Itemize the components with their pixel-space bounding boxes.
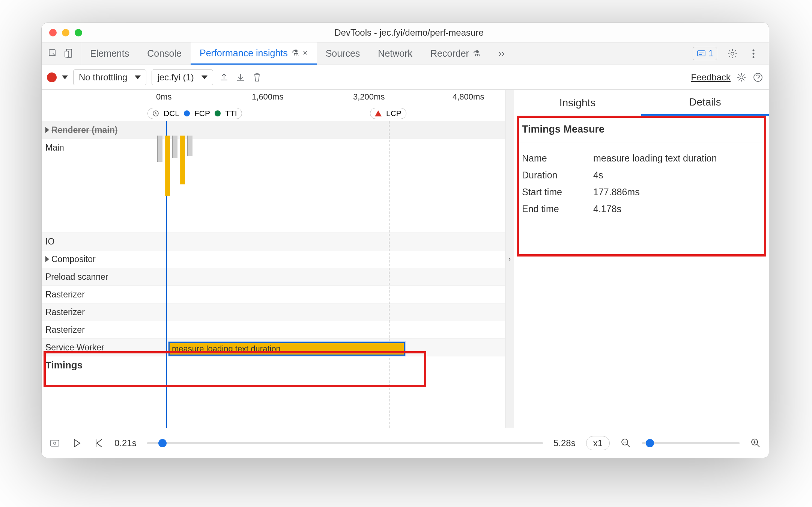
feedback-link[interactable]: Feedback — [691, 72, 731, 83]
ruler-tick: 3,200ms — [353, 92, 385, 102]
expand-triangle-icon — [45, 127, 49, 133]
zoom-level[interactable]: x1 — [586, 436, 610, 450]
track-compositor[interactable]: Compositor — [42, 250, 505, 268]
collapse-sidebar-button[interactable]: › — [505, 90, 514, 428]
ruler-tick: 1,600ms — [252, 92, 283, 102]
tab-network[interactable]: Network — [369, 42, 421, 65]
slider-thumb[interactable] — [158, 439, 167, 447]
track-renderer-header[interactable]: Renderer (main) — [42, 121, 505, 139]
tab-performance-insights[interactable]: Performance insights ⚗ × — [191, 42, 317, 65]
marker-fcp: FCP — [194, 109, 210, 118]
svg-rect-3 — [698, 51, 705, 56]
ruler-tick: 0ms — [156, 92, 172, 102]
chevron-right-icon: › — [508, 255, 511, 263]
play-icon[interactable] — [71, 438, 82, 449]
tab-label: Recorder — [430, 48, 469, 59]
playback-slider[interactable] — [147, 442, 543, 444]
zoom-slider[interactable] — [642, 442, 740, 444]
annotation-box — [44, 351, 426, 387]
svg-rect-2 — [65, 51, 69, 57]
delete-icon[interactable] — [251, 72, 263, 83]
record-options-dropdown[interactable] — [62, 75, 68, 79]
tab-sources[interactable]: Sources — [317, 42, 369, 65]
chevron-down-icon — [135, 75, 141, 79]
track-rasterizer[interactable]: Rasterizer — [42, 321, 505, 339]
tab-details[interactable]: Details — [641, 90, 769, 116]
recording-label: jec.fyi (1) — [157, 72, 194, 83]
export-icon[interactable] — [218, 72, 230, 83]
flask-icon: ⚗ — [473, 49, 480, 59]
clock-icon — [152, 110, 159, 117]
playback-start-time: 0.21s — [114, 438, 137, 448]
rewind-icon[interactable] — [93, 438, 104, 449]
tab-label: Network — [378, 48, 412, 59]
tab-insights[interactable]: Insights — [514, 90, 641, 116]
markers-pill[interactable]: DCL FCP TTI — [147, 108, 242, 119]
expand-triangle-icon — [45, 256, 49, 262]
more-vert-icon[interactable] — [748, 48, 759, 59]
svg-point-4 — [731, 52, 734, 55]
tab-label: Performance insights — [200, 48, 288, 59]
slider-thumb[interactable] — [646, 439, 654, 447]
flask-icon: ⚗ — [292, 48, 299, 58]
chevron-double-right-icon: ›› — [498, 48, 505, 59]
panel-tabs: Elements Console Performance insights ⚗ … — [42, 42, 769, 65]
warning-triangle-icon — [375, 110, 382, 116]
playback-footer: 0.21s 5.28s x1 — [42, 428, 769, 458]
window-title: DevTools - jec.fyi/demo/perf-measure — [82, 27, 736, 38]
track-preload-scanner[interactable]: Preload scanner — [42, 268, 505, 286]
svg-point-7 — [753, 56, 755, 58]
track-main[interactable]: Main — [42, 139, 505, 233]
toggle-preview-icon[interactable] — [49, 438, 60, 449]
marker-tti: TTI — [225, 109, 237, 118]
more-tabs[interactable]: ›› — [489, 42, 514, 65]
perf-toolbar: No throttling jec.fyi (1) Feedback — [42, 65, 769, 90]
throttling-select[interactable]: No throttling — [73, 69, 146, 85]
lcp-marker[interactable]: LCP — [370, 108, 406, 119]
maximize-window-icon[interactable] — [75, 29, 82, 36]
badge-count: 1 — [708, 48, 713, 59]
svg-point-8 — [740, 76, 743, 79]
title-bar: DevTools - jec.fyi/demo/perf-measure — [42, 23, 769, 42]
zoom-out-icon[interactable] — [620, 438, 632, 449]
settings-gear-icon[interactable] — [727, 48, 738, 59]
chevron-down-icon — [201, 75, 208, 79]
throttling-label: No throttling — [79, 72, 127, 83]
tab-console[interactable]: Console — [138, 42, 191, 65]
minimize-window-icon[interactable] — [62, 29, 69, 36]
svg-point-6 — [753, 53, 755, 54]
playback-end-time: 5.28s — [553, 438, 576, 448]
import-icon[interactable] — [235, 72, 246, 83]
close-window-icon[interactable] — [49, 29, 57, 36]
tab-label: Sources — [326, 48, 360, 59]
annotation-box — [517, 116, 766, 257]
tab-elements[interactable]: Elements — [81, 42, 138, 65]
inspect-icon[interactable] — [48, 48, 59, 59]
window-controls — [49, 29, 82, 36]
help-icon[interactable] — [752, 72, 764, 83]
devtools-window: DevTools - jec.fyi/demo/perf-measure Ele… — [41, 23, 769, 458]
recording-select[interactable]: jec.fyi (1) — [152, 69, 213, 85]
panel-settings-gear-icon[interactable] — [736, 72, 747, 83]
dot-icon — [184, 110, 190, 116]
issues-badge[interactable]: 1 — [693, 47, 717, 60]
tab-recorder[interactable]: Recorder⚗ — [421, 42, 489, 65]
record-icon — [47, 72, 57, 82]
close-tab-icon[interactable]: × — [303, 48, 308, 58]
track-rasterizer[interactable]: Rasterizer — [42, 286, 505, 303]
markers-row: DCL FCP TTI LCP — [42, 106, 505, 121]
dot-icon — [215, 110, 221, 116]
marker-lcp: LCP — [386, 109, 401, 118]
track-rasterizer[interactable]: Rasterizer — [42, 303, 505, 321]
svg-point-5 — [753, 49, 755, 51]
time-ruler[interactable]: 0ms 1,600ms 3,200ms 4,800ms — [42, 90, 505, 106]
zoom-in-icon[interactable] — [750, 438, 761, 449]
tab-label: Elements — [90, 48, 129, 59]
tab-label: Console — [147, 48, 182, 59]
device-toggle-icon[interactable] — [64, 48, 75, 59]
marker-dcl: DCL — [164, 109, 179, 118]
ruler-tick: 4,800ms — [453, 92, 484, 102]
record-button[interactable] — [47, 72, 57, 82]
track-io[interactable]: IO — [42, 233, 505, 250]
svg-point-12 — [54, 442, 56, 444]
